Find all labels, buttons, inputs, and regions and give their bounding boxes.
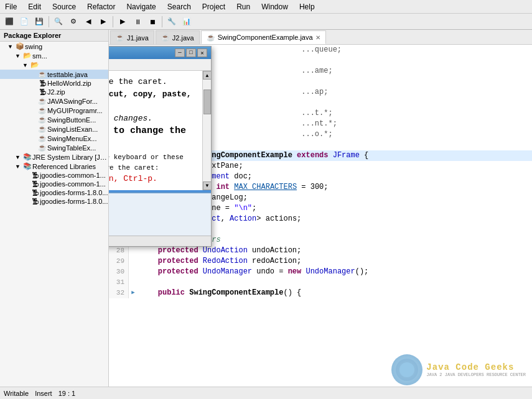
tab-j2[interactable]: ☕ J2.java bbox=[156, 30, 200, 44]
menu-source[interactable]: Source bbox=[50, 1, 78, 12]
toolbar-btn-10[interactable]: ⏹ bbox=[146, 16, 159, 28]
menu-window[interactable]: Window bbox=[259, 1, 291, 12]
dialog-body: Use the mouse to place the caret. Use th… bbox=[109, 71, 211, 190]
tab-icon-j1: ☕ bbox=[116, 34, 124, 42]
toolbar-separator-3 bbox=[162, 16, 162, 27]
tree-item-helloworld[interactable]: 🗜 HelloWorld.zip bbox=[0, 79, 108, 88]
java-file-icon: ☕ bbox=[37, 116, 47, 124]
tree-item-swing[interactable]: ▼ 📦 swing bbox=[0, 42, 108, 51]
code-line-31: 31 bbox=[109, 277, 532, 288]
tree-item-jgoodies2[interactable]: 🗜 jgoodies-common-1... bbox=[0, 180, 108, 188]
menu-search[interactable]: Search bbox=[165, 1, 194, 12]
zip-icon: 🗜 bbox=[37, 80, 47, 87]
zip-icon: 🗜 bbox=[30, 180, 40, 188]
line-number: 31 bbox=[109, 277, 129, 288]
tree-item-jgoodies1[interactable]: 🗜 jgoodies-common-1... bbox=[0, 171, 108, 180]
dialog-text-5: Use the arrow keys on the keyboard or th… bbox=[109, 152, 198, 173]
jcg-sub-text: JAVA 2 JAVA DEVELOPERS RESOURCE CENTER bbox=[426, 372, 526, 377]
menu-edit[interactable]: Edit bbox=[26, 1, 44, 12]
toolbar-btn-5[interactable]: ⚙ bbox=[67, 16, 80, 28]
tree-item-swingbutton[interactable]: ☕ SwingButtonE... bbox=[0, 115, 108, 124]
tree-arrow: ▼ bbox=[22, 62, 30, 68]
tree-label: swing bbox=[25, 43, 42, 50]
tree-item-javaswing[interactable]: ☕ JAVASwingFor... bbox=[0, 96, 108, 106]
dialog-minimize-button[interactable]: ─ bbox=[175, 48, 185, 57]
tab-swingcomponent[interactable]: ☕ SwingComponentExample.java ✕ bbox=[201, 30, 326, 44]
jcg-brand-text: Java Code Geeks bbox=[426, 362, 526, 372]
tree-item-swinglist[interactable]: ☕ SwingListExan... bbox=[0, 124, 108, 134]
toolbar-btn-2[interactable]: 📄 bbox=[17, 16, 31, 28]
tab-label-j2: J2.java bbox=[172, 34, 194, 42]
toolbar-btn-4[interactable]: 🔍 bbox=[52, 16, 65, 28]
tree-label: SwingButtonE... bbox=[47, 116, 96, 124]
menu-help[interactable]: Help bbox=[297, 1, 317, 12]
dialog-status: Caret Status bbox=[109, 236, 211, 246]
java-file-icon: ☕ bbox=[37, 125, 47, 133]
dialog-text-1: Use the mouse to place the caret. bbox=[109, 76, 198, 88]
menu-project[interactable]: Project bbox=[200, 1, 228, 12]
tab-j1[interactable]: ☕ J1.java bbox=[110, 30, 154, 44]
menu-refactor[interactable]: Refactor bbox=[85, 1, 118, 12]
tree-item-jre[interactable]: ▼ 📚 JRE System Library [Ja... bbox=[0, 152, 108, 162]
tree-item-swingtable[interactable]: ☕ SwingTableEx... bbox=[0, 143, 108, 152]
java-file-icon: ☕ bbox=[37, 106, 47, 114]
jcg-circle-icon bbox=[391, 354, 422, 385]
tree-item-testtable[interactable]: ☕ testtable.java bbox=[0, 70, 108, 79]
menu-navigate[interactable]: Navigate bbox=[124, 1, 158, 12]
toolbar-btn-7[interactable]: ▶ bbox=[96, 16, 110, 28]
scroll-down-button[interactable]: ▼ bbox=[203, 181, 212, 190]
tree-label: SwingListExan... bbox=[47, 126, 98, 133]
tree-item-jgoodies3[interactable]: 🗜 jgoodies-forms-1.8.0... bbox=[0, 188, 108, 197]
tab-close-swing[interactable]: ✕ bbox=[315, 34, 320, 41]
scroll-up-button[interactable]: ▲ bbox=[203, 71, 212, 80]
left-panel: Package Explorer ▼ 📦 swing ▼ 📂 sm... bbox=[0, 30, 109, 399]
toolbar-btn-3[interactable]: 💾 bbox=[32, 16, 46, 28]
line-code: protected RedoAction redoAction; bbox=[138, 256, 301, 267]
dialog-scrollbar[interactable]: ▲ ▼ bbox=[202, 71, 211, 190]
dialog-titlebar: SwingComponentExample ─ □ ✕ bbox=[109, 47, 211, 59]
zip-icon: 🗜 bbox=[37, 88, 47, 96]
dialog-text-4: Use the style menu to change the style o… bbox=[109, 124, 198, 152]
java-file-icon: ☕ bbox=[37, 70, 47, 78]
tree-label: jgoodies-forms-1.8.0... bbox=[40, 198, 108, 205]
scroll-thumb[interactable] bbox=[203, 89, 211, 114]
tree-label: JRE System Library [Ja... bbox=[32, 154, 108, 161]
dialog-maximize-button[interactable]: □ bbox=[186, 48, 196, 57]
tree-item-src[interactable]: ▼ 📂 bbox=[0, 60, 108, 70]
toolbar-btn-11[interactable]: 🔧 bbox=[165, 16, 179, 28]
code-line-30: 30 protected UndoManager undo = new Undo… bbox=[109, 267, 532, 277]
tree-label: SwingMenuEx... bbox=[47, 135, 96, 142]
toolbar-separator-1 bbox=[49, 16, 49, 27]
line-code: protected UndoAction undoAction; bbox=[138, 245, 301, 256]
dialog-menubar: Edit Style bbox=[109, 59, 211, 71]
status-text: Writable bbox=[4, 390, 29, 397]
tree-arrow: ▼ bbox=[15, 163, 22, 170]
menu-run[interactable]: Run bbox=[234, 1, 253, 12]
status-bar: Writable Insert 19 : 1 bbox=[0, 387, 532, 399]
toolbar-btn-1[interactable]: ⬛ bbox=[2, 16, 16, 28]
dialog-close-button[interactable]: ✕ bbox=[197, 48, 207, 57]
referenced-libraries-label: Referenced Libraries bbox=[32, 163, 96, 170]
menu-file[interactable]: File bbox=[2, 1, 19, 12]
toolbar-btn-9[interactable]: ⏸ bbox=[131, 16, 144, 28]
tree-item-reflibrary[interactable]: ▼ 📚 Referenced Libraries bbox=[0, 162, 108, 171]
toolbar-btn-6[interactable]: ◀ bbox=[82, 16, 95, 28]
line-arrow: ▶ bbox=[129, 288, 138, 298]
dialog-text-2: Use the edit menu to cut, copy, paste, a… bbox=[109, 88, 198, 112]
tree-label: MyGUIProgramr... bbox=[47, 107, 103, 114]
tree-item-mygui[interactable]: ☕ MyGUIProgramr... bbox=[0, 106, 108, 115]
tree-item-jgoodies4[interactable]: 🗜 jgoodies-forms-1.8.0... bbox=[0, 197, 108, 206]
tree-item-j2zip[interactable]: 🗜 J2.zip bbox=[0, 88, 108, 96]
tree-area[interactable]: ▼ 📦 swing ▼ 📂 sm... ▼ 📂 bbox=[0, 42, 108, 399]
toolbar-btn-8[interactable]: ▶ bbox=[116, 16, 129, 28]
tab-icon-swing: ☕ bbox=[207, 34, 215, 42]
java-file-icon: ☕ bbox=[37, 134, 47, 142]
right-panel: ☕ J1.java ☕ J2.java ☕ SwingComponentExam… bbox=[109, 30, 532, 399]
tree-item-sm[interactable]: ▼ 📂 sm... bbox=[0, 51, 108, 60]
tree-label: sm... bbox=[32, 52, 47, 60]
tree-item-swingmenu[interactable]: ☕ SwingMenuEx... bbox=[0, 134, 108, 143]
tab-label-j1: J1.java bbox=[127, 34, 149, 42]
library-icon: 📚 bbox=[22, 162, 32, 170]
toolbar-btn-12[interactable]: 📊 bbox=[180, 16, 194, 28]
dialog-titlebar-controls: ─ □ ✕ bbox=[175, 48, 207, 57]
